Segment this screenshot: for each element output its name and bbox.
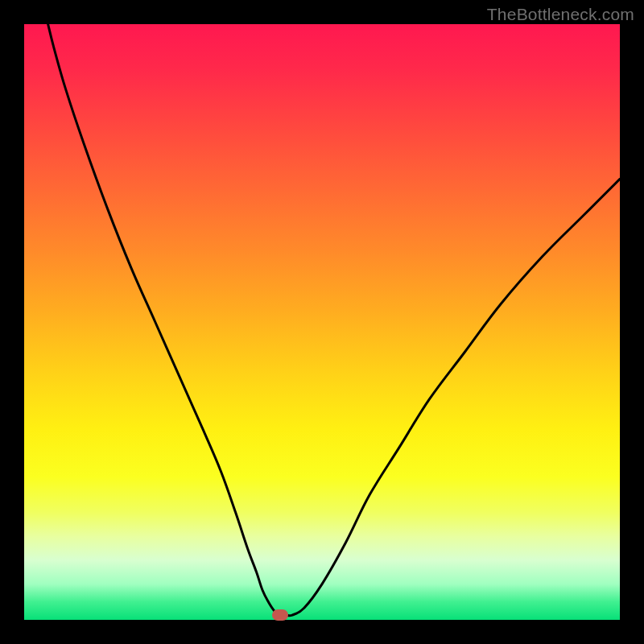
curve-svg [24,24,620,620]
chart-frame: TheBottleneck.com [0,0,644,644]
plot-area [24,24,620,620]
watermark-text: TheBottleneck.com [487,5,634,24]
optimal-point-marker [272,609,288,621]
bottleneck-curve [48,24,620,616]
